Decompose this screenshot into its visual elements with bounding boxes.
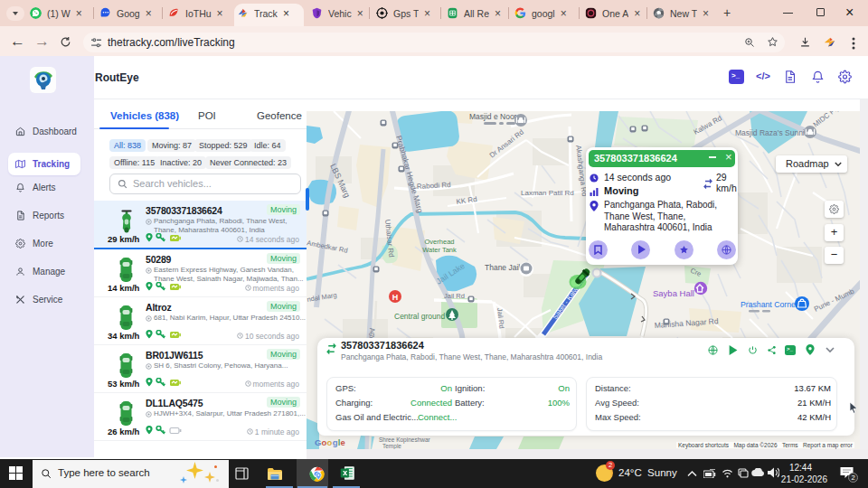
svg-text:Prashant Corner: Prashant Corner — [741, 300, 798, 309]
svg-text:Temple: Temple — [382, 443, 401, 449]
svg-text:Central ground: Central ground — [394, 312, 446, 321]
svg-text:Masjid e Noor: Masjid e Noor — [469, 112, 517, 121]
svg-text:Thane Jail: Thane Jail — [485, 263, 520, 272]
svg-text:Masjid Raza's Sunni: Masjid Raza's Sunni — [735, 128, 805, 137]
svg-text:Water Tank: Water Tank — [422, 246, 457, 254]
svg-text:Jail Rd: Jail Rd — [444, 292, 465, 300]
svg-text:Laxman Patil Rd: Laxman Patil Rd — [521, 189, 574, 197]
svg-text:Sayba Hall: Sayba Hall — [653, 288, 694, 298]
svg-text:H: H — [392, 293, 399, 302]
svg-text:Overhead: Overhead — [425, 238, 455, 246]
